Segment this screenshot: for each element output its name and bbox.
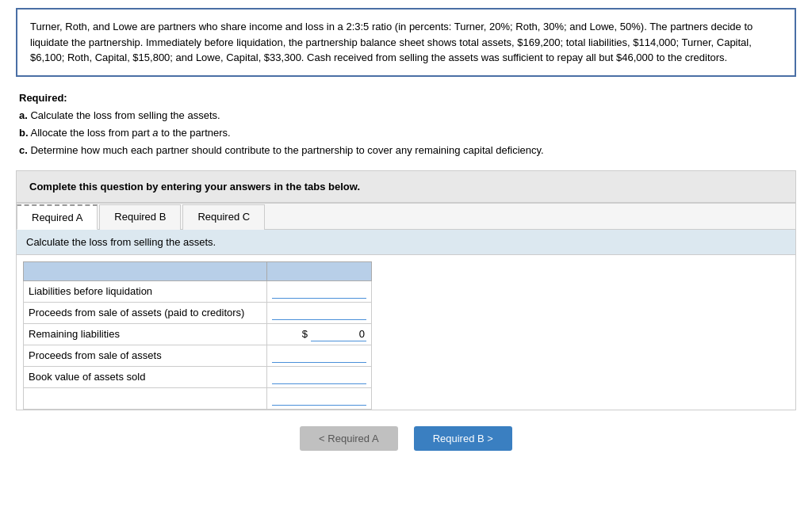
next-button[interactable]: Required B [414, 426, 512, 451]
tabs-wrapper: Required A Required B Required C Calcula… [16, 203, 796, 410]
input-book-value[interactable] [272, 370, 366, 384]
table-row: Proceeds from sale of assets (paid to cr… [24, 302, 372, 323]
input-liabilities[interactable] [272, 284, 366, 299]
col-header-value [267, 261, 372, 280]
tab-instruction: Calculate the loss from selling the asse… [17, 230, 795, 255]
row-label-proceeds-creditors: Proceeds from sale of assets (paid to cr… [24, 302, 267, 323]
prev-button[interactable]: Required A [300, 426, 398, 451]
tab-required-a[interactable]: Required A [17, 204, 98, 230]
table-area: Liabilities before liquidation Proceeds … [17, 255, 795, 410]
dollar-sign-remaining: $ [302, 328, 308, 340]
col-header-label [24, 261, 267, 280]
row-value-result[interactable] [267, 387, 372, 409]
bottom-nav: Required A Required B [16, 426, 796, 467]
input-proceeds-assets[interactable] [272, 349, 366, 363]
input-result[interactable] [272, 391, 366, 406]
input-remaining[interactable] [311, 327, 366, 341]
row-label-result [24, 387, 267, 409]
tabs-row: Required A Required B Required C [17, 204, 795, 230]
input-proceeds-creditors[interactable] [272, 306, 366, 320]
required-section: Required: a. Calculate the loss from sel… [16, 90, 796, 159]
row-label-remaining: Remaining liabilities [24, 323, 267, 345]
required-label: Required: [19, 92, 67, 104]
row-label-liabilities: Liabilities before liquidation [24, 280, 267, 302]
row-value-book-value[interactable] [267, 366, 372, 387]
tab-content-required-a: Calculate the loss from selling the asse… [17, 230, 795, 410]
complete-instruction-text: Complete this question by entering your … [29, 181, 360, 193]
tab-required-b[interactable]: Required B [99, 204, 181, 230]
row-value-proceeds-assets[interactable] [267, 345, 372, 366]
table-row-result [24, 387, 372, 409]
complete-instruction-box: Complete this question by entering your … [16, 170, 796, 203]
table-row: Book value of assets sold [24, 366, 372, 387]
row-value-proceeds-creditors[interactable] [267, 302, 372, 323]
row-value-remaining[interactable]: $ [267, 323, 372, 345]
problem-text: Turner, Roth, and Lowe are partners who … [30, 21, 753, 63]
part-c-text: Determine how much each partner should c… [28, 144, 544, 156]
table-row: Proceeds from sale of assets [24, 345, 372, 366]
row-label-proceeds-assets: Proceeds from sale of assets [24, 345, 267, 366]
problem-box: Turner, Roth, and Lowe are partners who … [16, 8, 796, 77]
tab-required-c[interactable]: Required C [182, 204, 265, 230]
part-b-text: Allocate the loss from part a to the par… [29, 127, 231, 139]
calculation-table: Liabilities before liquidation Proceeds … [23, 261, 372, 410]
table-row: Remaining liabilities $ [24, 323, 372, 345]
part-b-bold: b. [19, 127, 29, 139]
row-value-liabilities[interactable] [267, 280, 372, 302]
part-c-bold: c. [19, 144, 28, 156]
part-a-text: Calculate the loss from selling the asse… [28, 109, 220, 121]
table-row: Liabilities before liquidation [24, 280, 372, 302]
part-a-bold: a. [19, 109, 28, 121]
row-label-book-value: Book value of assets sold [24, 366, 267, 387]
